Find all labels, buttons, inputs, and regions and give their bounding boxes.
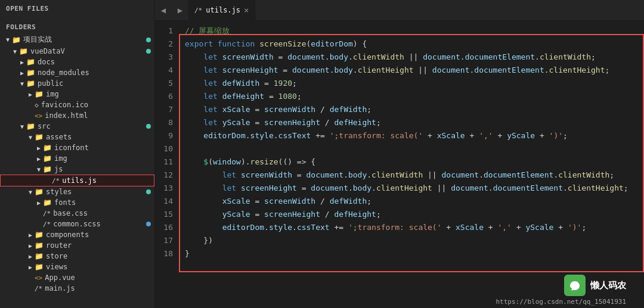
folder-icon: 📁 [43,154,52,163]
arrow-icon: ▼ [18,80,26,87]
line-num: 2 [155,38,173,51]
sidebar-item-label: components [46,231,154,239]
line-num: 6 [155,90,173,103]
code-line-5: let defWidth = 1920; [185,77,638,90]
sidebar-item-iconfont[interactable]: ▶ 📁 iconfont [0,142,154,153]
sidebar-item-label: fonts [54,198,154,207]
sidebar-item-favicon[interactable]: ▶ ◇ favicon.ico [0,99,154,110]
watermark: 懒人码农 https://blog.csdn.net/qq_15041931 [496,275,626,306]
open-files-label: OPEN FILES [0,0,154,15]
folders-label: FOLDERS [0,18,154,33]
sidebar-item-label: src [38,122,144,130]
sidebar-item-views[interactable]: ▶ 📁 views [0,262,154,272]
sidebar-item-fonts[interactable]: ▶ 📁 fonts [0,197,154,208]
code-editor: 1 2 3 4 5 6 7 8 9 10 11 12 13 14 15 16 1… [155,21,644,272]
sidebar-item-label: utils.js [62,176,154,185]
tab-bar: ◀ ▶ /* utils.js × [155,0,644,21]
sidebar-item-img[interactable]: ▶ 📁 img [0,89,154,99]
file-icon: ◇ [35,101,39,109]
folder-icon: 📁 [35,188,44,196]
arrow-icon: ▼ [26,134,35,141]
sidebar-item-docs[interactable]: ▶ 📁 docs [0,57,154,67]
dot-indicator [146,222,151,226]
code-line-16: editorDom.style.cssText += ';transform: … [185,221,638,234]
arrow-icon: ▼ [11,48,19,55]
arrow-icon: ▶ [35,145,43,151]
tab-utils-js[interactable]: /* utils.js × [188,0,255,21]
sidebar-item-assets[interactable]: ▼ 📁 assets [0,132,154,142]
line-num: 3 [155,51,173,64]
folder-icon: 📁 [43,144,52,152]
code-line-1: // 屏幕缩放 [185,24,638,38]
sidebar-item-vuedatav[interactable]: ▼ 📁 vueDataV [0,46,154,57]
folder-icon: 📁 [43,165,52,173]
sidebar-item-main-js[interactable]: ▶ /* main.js [0,283,154,294]
sidebar-item-styles[interactable]: ▼ 📁 styles [0,186,154,197]
file-icon: /* [43,210,51,217]
sidebar-item-index-html[interactable]: ▶ <> index.html [0,110,154,121]
folder-icon: 📁 [35,90,44,98]
file-icon: /* [43,220,51,228]
folder-icon: 📁 [19,47,28,55]
wechat-icon [564,275,586,296]
folder-icon: 📁 [35,263,44,271]
footer-area: 懒人码农 https://blog.csdn.net/qq_15041931 [155,272,644,308]
nav-left-button[interactable]: ◀ [155,0,172,21]
sidebar-item-label: store [46,252,154,260]
line-num: 10 [155,142,173,155]
tab-close-button[interactable]: × [244,5,249,15]
code-line-12: let screenWidth = document.body.clientWi… [185,169,638,182]
line-num: 13 [155,182,173,195]
sidebar-item-label: assets [46,133,154,141]
sidebar-item-store[interactable]: ▶ 📁 store [0,251,154,262]
code-line-3: let screenWidth = document.body.clientWi… [185,51,638,64]
line-num: 12 [155,169,173,182]
arrow-icon: ▼ [35,166,43,173]
sidebar-item-public[interactable]: ▼ 📁 public [0,78,154,89]
line-numbers: 1 2 3 4 5 6 7 8 9 10 11 12 13 14 15 16 1… [155,21,179,272]
code-line-7: let xScale = screenWidth / defWidth; [185,103,638,116]
nav-right-button[interactable]: ▶ [172,0,188,21]
sidebar-item-components[interactable]: ▶ 📁 components [0,229,154,240]
code-line-17: }) [185,234,638,247]
code-line-13: let screenHeight = document.body.clientH… [185,182,638,195]
arrow-icon: ▼ [18,123,26,130]
sidebar-item-label: favicon.ico [41,101,154,109]
sidebar-item-label: iconfont [54,144,154,152]
code-line-6: let defHeight = 1080; [185,90,638,103]
arrow-icon: ▶ [18,59,26,66]
code-line-10 [185,142,638,155]
sidebar-item-label: styles [46,188,144,196]
sidebar-item-utils-js[interactable]: ▶ /* utils.js [0,175,154,186]
sidebar-item-js[interactable]: ▼ 📁 js [0,164,154,175]
folder-icon: 📁 [35,231,44,239]
sidebar-item-label: base.css [53,209,154,217]
arrow-icon: ▶ [35,200,43,206]
sidebar-item-base-css[interactable]: ▶ /* base.css [0,208,154,219]
line-num: 7 [155,103,173,116]
code-line-14: xScale = screenWidth / defWidth; [185,195,638,208]
watermark-url: https://blog.csdn.net/qq_15041931 [496,298,626,306]
dot-indicator [146,189,151,194]
sidebar-item-src[interactable]: ▼ 📁 src [0,121,154,132]
sidebar-item-label: router [46,241,154,250]
sidebar-item-router[interactable]: ▶ 📁 router [0,240,154,251]
sidebar-item-root[interactable]: ▼ 📁 项目实战 [0,33,154,46]
sidebar-item-img2[interactable]: ▶ 📁 img [0,153,154,164]
arrow-icon: ▼ [4,36,12,43]
sidebar-item-label: views [46,263,154,271]
line-num: 15 [155,208,173,221]
sidebar-item-node-modules[interactable]: ▶ 📁 node_modules [0,67,154,78]
file-icon: <> [35,274,42,282]
folder-icon: 📁 [12,36,21,44]
code-line-11: $(window).resize(() => { [185,155,638,169]
sidebar-item-label: img [54,154,154,163]
arrow-icon: ▶ [26,91,35,98]
sidebar-item-app-vue[interactable]: ▶ <> App.vue [0,272,154,283]
sidebar-item-label: 项目实战 [23,35,144,45]
code-content[interactable]: // 屏幕缩放 export function screenSize(edito… [179,21,644,272]
sidebar-item-common-scss[interactable]: ▶ /* common.scss [0,219,154,229]
code-line-2: export function screenSize(editorDom) { [185,38,638,51]
arrow-icon: ▶ [18,70,26,76]
line-num: 18 [155,247,173,260]
